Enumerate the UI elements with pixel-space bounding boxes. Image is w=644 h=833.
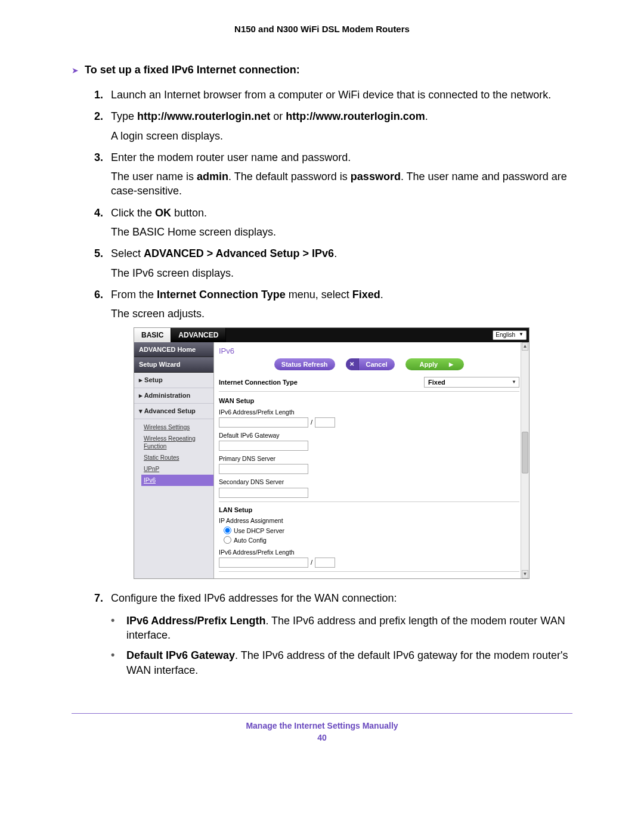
- sublink-upnp[interactable]: UPnP: [141, 463, 213, 475]
- step-3: Enter the modem router user name and pas…: [94, 150, 572, 199]
- step-7: Configure the fixed IPv6 addresses for t…: [94, 591, 572, 605]
- step-5-b: ADVANCED > Advanced Setup > IPv6: [144, 247, 334, 259]
- lan-addr-input[interactable]: [219, 558, 308, 568]
- step-5-sub: The IPv6 screen displays.: [111, 266, 572, 280]
- bullet-1-b: IPv6 Address/Prefix Length: [126, 615, 265, 627]
- sidebar-sublist: Wireless Settings Wireless Repeating Fun…: [134, 419, 213, 488]
- apply-label: Apply: [413, 360, 445, 369]
- sublink-wireless-repeating[interactable]: Wireless Repeating Function: [141, 433, 213, 452]
- step-3-sub-b2: password: [351, 171, 401, 182]
- step-4-post: button.: [171, 207, 207, 219]
- step-5: Select ADVANCED > Advanced Setup > IPv6.…: [94, 246, 572, 280]
- topbar: BASIC ADVANCED English ▼: [134, 328, 529, 342]
- separator: [219, 501, 519, 502]
- ipv6-filtering-row: IPv6 Filtering Secured Open: [219, 575, 519, 578]
- cancel-button[interactable]: ✕ Cancel: [346, 358, 395, 370]
- wan-addr-inputs: /: [219, 417, 519, 428]
- step-3-text: Enter the modem router user name and pas…: [111, 151, 351, 163]
- step-6-sub: The screen adjusts.: [111, 306, 572, 321]
- step-3-sub: The user name is admin. The default pass…: [111, 169, 572, 199]
- document-header: N150 and N300 WiFi DSL Modem Routers: [72, 24, 572, 34]
- radio-dhcp[interactable]: Use DHCP Server: [224, 527, 519, 535]
- page-title: IPv6: [219, 345, 519, 359]
- slash-icon: /: [311, 418, 312, 427]
- step-3-sub-mid: . The default password is: [228, 171, 351, 182]
- wan-prefix-input[interactable]: [315, 417, 335, 428]
- radio-dhcp-input[interactable]: [224, 527, 231, 534]
- step-2-url2: http://www.routerlogin.com: [286, 110, 425, 122]
- wan-gw-input[interactable]: [219, 441, 308, 451]
- step-6-post: .: [380, 289, 383, 301]
- sub-bullets: IPv6 Address/Prefix Length. The IPv6 add…: [72, 614, 572, 677]
- step-3-sub-pre: The user name is: [111, 171, 197, 182]
- arrow-right-icon: ➤: [72, 64, 79, 77]
- section-title-row: ➤ To set up a fixed IPv6 Internet connec…: [72, 64, 572, 77]
- ict-label: Internet Connection Type: [219, 378, 298, 387]
- step-4-sub: The BASIC Home screen displays.: [111, 225, 572, 239]
- bullet-2: Default IPv6 Gateway. The IPv6 address o…: [111, 648, 572, 677]
- scroll-down-icon[interactable]: ▼: [522, 570, 528, 578]
- cancel-label: Cancel: [359, 360, 395, 369]
- footer-page-number: 40: [72, 733, 572, 742]
- step-2-sub: A login screen displays.: [111, 129, 572, 143]
- tab-basic[interactable]: BASIC: [134, 328, 171, 342]
- step-6-pre: From the: [111, 289, 157, 301]
- wan-setup-title: WAN Setup: [219, 397, 519, 405]
- lan-prefix-input[interactable]: [315, 558, 335, 568]
- step-2-mid: or: [270, 110, 286, 122]
- scroll-thumb[interactable]: [522, 432, 528, 473]
- step-5-post: .: [334, 247, 337, 259]
- tab-advanced[interactable]: ADVANCED: [171, 328, 226, 342]
- step-6: From the Internet Connection Type menu, …: [94, 287, 572, 579]
- wan-dns2-label: Secondary DNS Server: [219, 478, 519, 486]
- sublink-wireless-settings[interactable]: Wireless Settings: [141, 422, 213, 433]
- chevron-down-icon: ▼: [512, 379, 516, 386]
- sublink-static-routes[interactable]: Static Routes: [141, 452, 213, 463]
- wan-dns1-label: Primary DNS Server: [219, 454, 519, 463]
- step-6-mid: menu, select: [286, 289, 352, 301]
- radio-auto[interactable]: Auto Config: [224, 536, 519, 544]
- sidebar-setup[interactable]: ▸ Setup: [134, 373, 213, 388]
- footer-chapter: Manage the Internet Settings Manually: [72, 721, 572, 730]
- step-4-b: OK: [155, 207, 171, 219]
- shot-body: ADVANCED Home Setup Wizard ▸ Setup ▸ Adm…: [134, 342, 529, 578]
- lan-setup-title: LAN Setup: [219, 506, 519, 515]
- separator: [219, 571, 519, 572]
- status-refresh-button[interactable]: Status Refresh: [274, 358, 335, 370]
- sidebar-advanced-setup[interactable]: ▾ Advanced Setup: [134, 404, 213, 419]
- sublink-ipv6[interactable]: IPv6: [141, 475, 213, 486]
- step-4-pre: Click the: [111, 207, 155, 219]
- sidebar: ADVANCED Home Setup Wizard ▸ Setup ▸ Adm…: [134, 342, 214, 578]
- lan-addr-label: IPv6 Address/Prefix Length: [219, 548, 519, 556]
- arrow-right-icon: ▶: [445, 361, 457, 368]
- router-screenshot: BASIC ADVANCED English ▼ ADVANCED Home S…: [134, 327, 530, 579]
- close-icon: ✕: [346, 358, 359, 370]
- sidebar-setup-wizard[interactable]: Setup Wizard: [134, 357, 213, 373]
- step-6-b: Internet Connection Type: [157, 289, 286, 301]
- step-2-pre: Type: [111, 110, 137, 122]
- apply-button[interactable]: Apply ▶: [405, 358, 465, 370]
- wan-addr-input[interactable]: [219, 417, 308, 428]
- slash-icon: /: [311, 558, 312, 567]
- sidebar-administration[interactable]: ▸ Administration: [134, 388, 213, 404]
- ict-value: Fixed: [428, 378, 445, 387]
- step-7-text: Configure the fixed IPv6 addresses for t…: [111, 592, 397, 604]
- wan-dns1-input[interactable]: [219, 464, 308, 474]
- bullet-2-b: Default IPv6 Gateway: [126, 649, 235, 661]
- scrollbar[interactable]: ▲ ▼: [521, 342, 529, 578]
- ict-select[interactable]: Fixed ▼: [424, 377, 519, 388]
- wan-gw-label: Default IPv6 Gateway: [219, 431, 519, 439]
- action-buttons: Status Refresh ✕ Cancel Apply ▶: [219, 358, 519, 375]
- scroll-up-icon[interactable]: ▲: [522, 342, 528, 351]
- section-title: To set up a fixed IPv6 Internet connecti…: [85, 64, 300, 76]
- radio-auto-input[interactable]: [224, 536, 231, 544]
- wan-dns2-input[interactable]: [219, 488, 308, 498]
- sidebar-advanced-home[interactable]: ADVANCED Home: [134, 342, 213, 358]
- chevron-down-icon: ▼: [519, 332, 524, 338]
- step-2: Type http://www.routerlogin.net or http:…: [94, 109, 572, 143]
- footer-rule: [72, 713, 572, 714]
- lan-addr-inputs: /: [219, 558, 519, 568]
- step-2-post: .: [425, 110, 428, 122]
- content-area: IPv6 Status Refresh ✕ Cancel Apply ▶: [214, 342, 529, 578]
- language-select[interactable]: English ▼: [493, 330, 527, 340]
